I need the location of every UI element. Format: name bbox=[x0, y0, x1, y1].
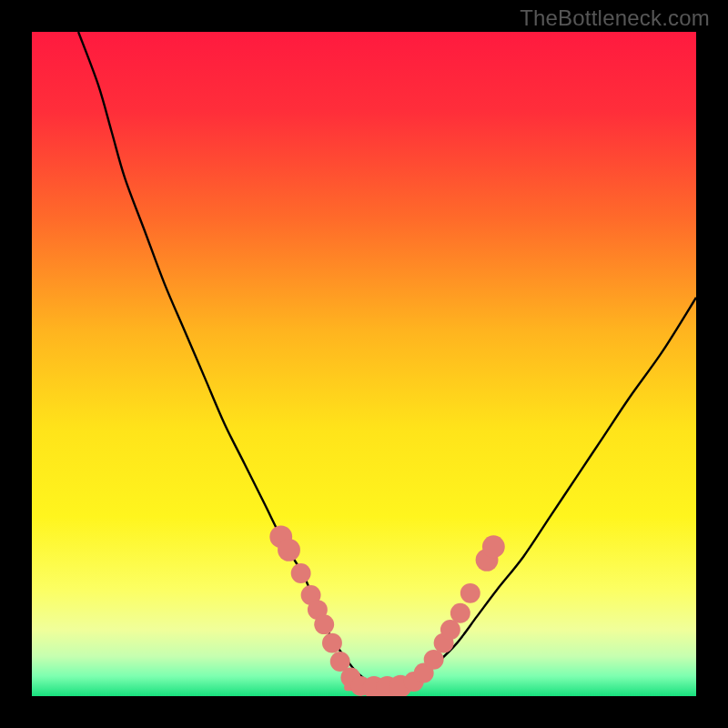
chart-svg bbox=[32, 32, 696, 696]
marker-dot bbox=[424, 650, 444, 670]
bottleneck-curve bbox=[78, 32, 696, 689]
marker-dot bbox=[450, 603, 470, 623]
chart-frame: TheBottleneck.com bbox=[0, 0, 728, 728]
plot-area bbox=[32, 32, 696, 696]
marker-dot bbox=[314, 614, 334, 634]
marker-dot bbox=[278, 539, 300, 561]
watermark-text: TheBottleneck.com bbox=[520, 5, 710, 31]
marker-dot bbox=[291, 563, 311, 583]
marker-dot bbox=[440, 620, 460, 640]
markers bbox=[269, 525, 504, 696]
marker-dot bbox=[322, 633, 342, 653]
marker-dot bbox=[460, 583, 480, 603]
marker-dot bbox=[482, 535, 505, 558]
